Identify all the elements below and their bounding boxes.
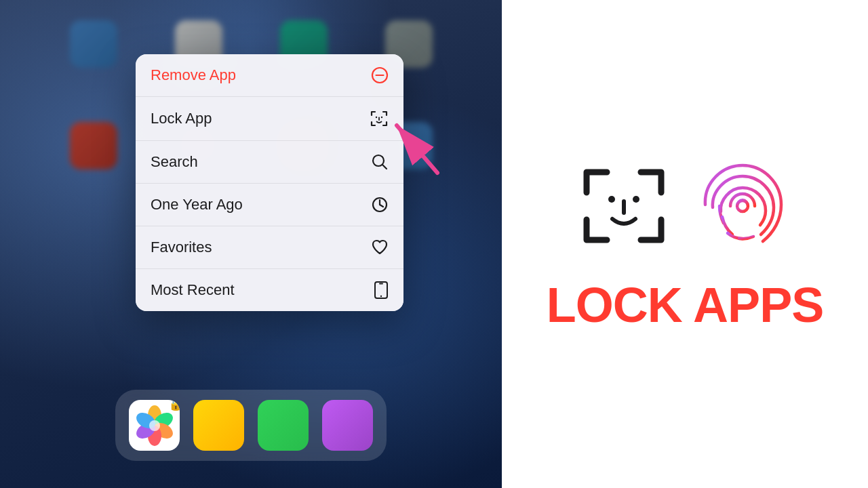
lock-app-label: Lock App xyxy=(151,110,212,127)
dock-icon-4[interactable] xyxy=(322,400,373,451)
phone-icon xyxy=(374,281,389,299)
svg-point-11 xyxy=(380,296,382,297)
one-year-ago-label: One Year Ago xyxy=(151,196,243,214)
svg-line-8 xyxy=(380,205,383,207)
dock-icon-3[interactable] xyxy=(258,400,309,451)
heart-icon xyxy=(371,239,389,256)
dock-icon-2[interactable] xyxy=(193,400,244,451)
favorites-item[interactable]: Favorites xyxy=(136,226,403,269)
search-label: Search xyxy=(151,153,198,171)
face-id-icon xyxy=(580,162,668,250)
bg-app-icon xyxy=(70,122,117,169)
svg-point-2 xyxy=(376,117,377,118)
lock-badge: 🔒 xyxy=(168,400,180,411)
svg-point-22 xyxy=(633,196,639,203)
most-recent-item[interactable]: Most Recent xyxy=(136,269,403,311)
bg-app-icon xyxy=(70,20,117,68)
minus-circle-icon xyxy=(371,66,389,84)
favorites-label: Favorites xyxy=(151,239,212,256)
search-item[interactable]: Search xyxy=(136,141,403,184)
fingerprint-icon xyxy=(695,159,790,253)
remove-app-label: Remove App xyxy=(151,66,236,84)
right-panel: LOCK APPS xyxy=(502,0,868,488)
photos-dock-icon[interactable]: 🔒 xyxy=(129,400,180,451)
most-recent-label: Most Recent xyxy=(151,281,235,299)
lock-apps-heading: LOCK APPS xyxy=(547,281,823,329)
phone-mockup: Remove App Lock App xyxy=(0,0,502,488)
icons-row xyxy=(580,159,790,253)
remove-app-item[interactable]: Remove App xyxy=(136,54,403,97)
search-icon xyxy=(371,153,389,171)
svg-point-3 xyxy=(381,117,382,118)
svg-point-20 xyxy=(149,420,160,431)
face-id-menu-icon xyxy=(370,109,389,128)
clock-icon xyxy=(371,196,389,214)
lock-app-item[interactable]: Lock App xyxy=(136,97,403,141)
context-menu: Remove App Lock App xyxy=(136,54,403,311)
dock: 🔒 xyxy=(115,390,387,461)
svg-point-21 xyxy=(608,196,615,203)
svg-line-5 xyxy=(382,165,387,169)
one-year-ago-item[interactable]: One Year Ago xyxy=(136,184,403,226)
